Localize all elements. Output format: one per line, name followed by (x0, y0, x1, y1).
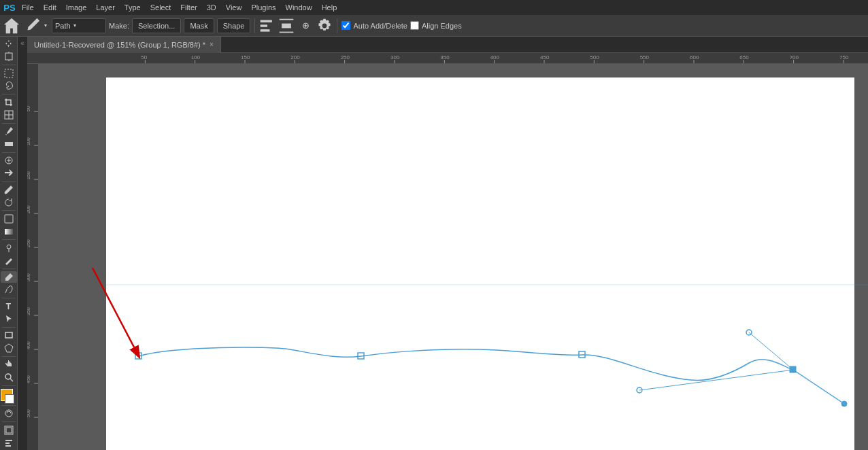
ruler-tool-icon (4, 139, 14, 149)
brush-tool[interactable] (1, 184, 17, 196)
canvas-area: Untitled-1-Recovered @ 151% (Group 1, RG… (27, 37, 868, 450)
menu-window[interactable]: Window (282, 2, 316, 13)
quick-mask-button[interactable] (1, 408, 17, 420)
document-title: Untitled-1-Recovered @ 151% (Group 1, RG… (34, 41, 205, 49)
clone-stamp-icon (4, 169, 14, 178)
marquee-tool[interactable] (1, 67, 17, 80)
pen-dropdown-arrow[interactable]: ▾ (42, 17, 49, 35)
svg-text:500: 500 (590, 54, 599, 60)
quick-mask-icon (4, 409, 14, 418)
eyedropper-tool[interactable] (1, 126, 17, 138)
shape-button[interactable]: Shape (217, 18, 251, 33)
menu-filter[interactable]: Filter (176, 2, 201, 13)
menu-view[interactable]: View (222, 2, 246, 13)
toolbar: ▾ Path ▾ Make: Selection... Mask Shape ⊕… (0, 15, 868, 37)
path-type-dropdown[interactable]: Path ▾ (52, 18, 106, 33)
gradient-tool[interactable] (1, 226, 17, 238)
type-tool[interactable]: T (1, 300, 17, 313)
menu-help[interactable]: Help (318, 2, 341, 13)
menu-image[interactable]: Image (62, 2, 91, 13)
artboard-tool[interactable] (1, 51, 17, 63)
eraser-tool[interactable] (1, 213, 17, 225)
svg-text:200: 200 (27, 205, 31, 213)
menu-edit[interactable]: Edit (39, 2, 61, 13)
smudge-tool[interactable] (1, 255, 17, 267)
svg-rect-4 (280, 31, 294, 33)
path-type-label: Path (55, 22, 71, 30)
tool-separator-4 (2, 152, 16, 153)
pen-tool-indicator[interactable] (23, 17, 41, 35)
warp-button[interactable]: ⊕ (297, 18, 314, 34)
svg-rect-26 (6, 428, 12, 433)
menu-file[interactable]: File (18, 2, 38, 13)
settings-button[interactable] (316, 18, 333, 34)
screen-mode-icon (4, 426, 14, 435)
path-selection-tool[interactable] (1, 313, 17, 325)
tool-separator-7 (2, 239, 16, 240)
svg-text:450: 450 (540, 54, 550, 60)
custom-shape-tool[interactable] (1, 342, 17, 354)
svg-text:500: 500 (27, 409, 31, 417)
svg-rect-17 (5, 229, 13, 235)
separator-1 (254, 18, 255, 33)
document-tab[interactable]: Untitled-1-Recovered @ 151% (Group 1, RG… (27, 37, 221, 53)
tool-separator-1 (2, 65, 16, 65)
svg-text:700: 700 (790, 54, 799, 60)
spot-heal-tool[interactable] (1, 154, 17, 167)
svg-text:400: 400 (490, 54, 500, 60)
tool-separator-6 (2, 210, 16, 211)
menu-type[interactable]: Type (120, 2, 145, 13)
distribute-button[interactable] (278, 18, 295, 34)
align-left-button[interactable] (259, 18, 276, 34)
history-brush-tool[interactable] (1, 196, 17, 209)
rectangle-tool-icon (4, 330, 14, 340)
svg-rect-0 (261, 20, 272, 22)
home-button[interactable] (3, 17, 20, 35)
background-color[interactable] (5, 394, 14, 404)
auto-add-delete-group: Auto Add/Delete (341, 21, 407, 30)
align-edges-checkbox[interactable] (410, 21, 419, 30)
freeform-pen-icon (4, 285, 14, 294)
freeform-pen-tool[interactable] (1, 283, 17, 296)
selection-button[interactable]: Selection... (132, 18, 181, 33)
move-tool[interactable] (1, 38, 17, 50)
svg-text:350: 350 (27, 307, 31, 315)
ruler-tool[interactable] (1, 138, 17, 150)
crop-tool[interactable] (1, 97, 17, 109)
clone-stamp-tool[interactable] (1, 167, 17, 179)
svg-text:350: 350 (440, 54, 450, 60)
svg-rect-5 (282, 23, 292, 28)
auto-add-delete-checkbox[interactable] (341, 21, 350, 30)
svg-text:150: 150 (27, 171, 31, 179)
svg-text:50: 50 (27, 106, 31, 111)
pen-tool[interactable] (1, 271, 17, 283)
crop-tool-icon (4, 98, 14, 107)
slice-tool[interactable] (1, 109, 17, 121)
panel-toggle: « (18, 37, 27, 450)
hand-tool[interactable] (1, 358, 17, 370)
rectangle-tool[interactable] (1, 330, 17, 342)
make-label: Make: (109, 22, 129, 30)
left-toolbar: T (0, 37, 18, 450)
close-tab-button[interactable]: × (210, 41, 214, 48)
menu-select[interactable]: Select (146, 2, 176, 13)
menu-3d[interactable]: 3D (203, 2, 220, 13)
dropdown-chevron-icon: ▾ (73, 22, 76, 29)
dodge-tool[interactable] (1, 242, 17, 254)
arrange-button[interactable] (1, 436, 17, 449)
svg-text:50: 50 (141, 54, 147, 60)
dodge-icon (4, 243, 14, 253)
align-left-icon (259, 18, 276, 34)
lasso-tool-icon (4, 81, 14, 90)
svg-text:150: 150 (241, 54, 250, 60)
menu-layer[interactable]: Layer (92, 2, 119, 13)
screen-mode-button[interactable] (1, 424, 17, 436)
zoom-tool[interactable] (1, 371, 17, 383)
panel-toggle-icon[interactable]: « (20, 39, 24, 47)
svg-text:100: 100 (27, 137, 31, 145)
canvas-container[interactable] (38, 64, 868, 450)
tool-separator-3 (2, 123, 16, 124)
menu-plugins[interactable]: Plugins (247, 2, 280, 13)
lasso-tool[interactable] (1, 80, 17, 92)
mask-button[interactable]: Mask (184, 18, 214, 33)
